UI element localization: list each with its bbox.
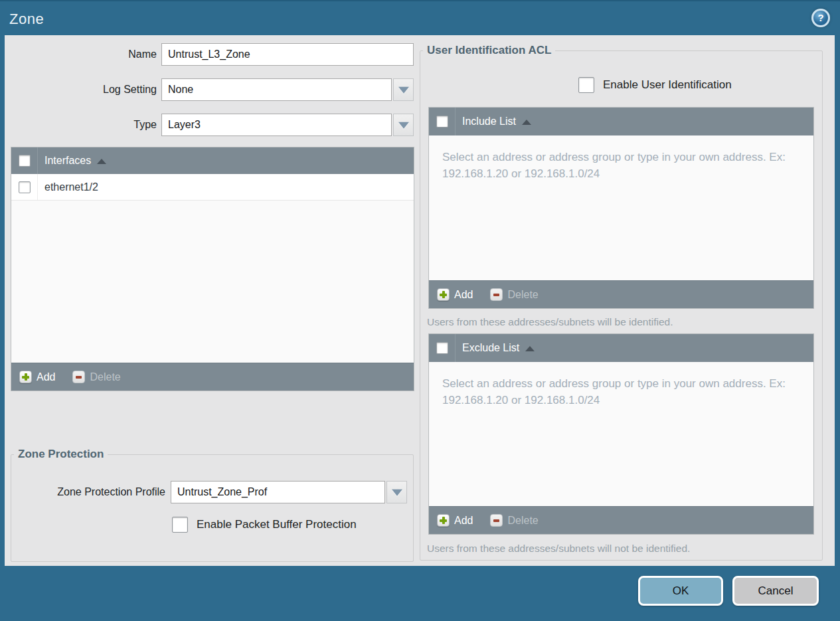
zone-protection-profile-row: Zone Protection Profile	[11, 481, 414, 503]
interfaces-body: ethernet1/2	[11, 174, 414, 363]
interface-row-checkbox[interactable]	[19, 181, 31, 193]
sort-asc-icon	[525, 346, 535, 351]
sort-asc-icon	[97, 159, 106, 164]
exclude-select-all-cell	[429, 334, 456, 362]
exclude-list-header-label: Exclude List	[462, 342, 519, 354]
log-setting-label: Log Setting	[5, 78, 157, 101]
plus-icon	[437, 514, 450, 527]
enable-user-id-label: Enable User Identification	[603, 78, 732, 92]
exclude-delete-label: Delete	[507, 515, 538, 527]
interfaces-add-label: Add	[37, 371, 55, 383]
plus-icon	[437, 288, 450, 301]
interfaces-table: Interfaces ethernet1/2 Add Dele	[11, 147, 414, 391]
interfaces-footer: Add Delete	[11, 363, 414, 391]
exclude-list-caption: Users from these addresses/subnets will …	[427, 543, 690, 555]
include-list-caption: Users from these addresses/subnets will …	[427, 316, 673, 328]
exclude-list-footer: Add Delete	[429, 506, 813, 534]
ok-button[interactable]: OK	[638, 576, 723, 606]
help-icon[interactable]: ?	[811, 9, 830, 27]
zone-protection-profile-input[interactable]	[171, 481, 385, 503]
zone-protection-legend: Zone Protection	[14, 448, 108, 461]
dialog-titlebar: Zone ?	[0, 0, 840, 35]
type-row: Type	[5, 114, 416, 136]
name-label: Name	[5, 43, 157, 66]
zone-protection-profile-label: Zone Protection Profile	[11, 481, 165, 503]
type-label: Type	[5, 114, 157, 136]
zone-protection-section: Zone Protection Zone Protection Profile …	[11, 448, 414, 562]
packet-buffer-checkbox[interactable]	[172, 517, 188, 533]
interfaces-header[interactable]: Interfaces	[11, 147, 414, 174]
cancel-button[interactable]: Cancel	[732, 576, 819, 606]
packet-buffer-row: Enable Packet Buffer Protection	[172, 517, 357, 533]
include-select-all-cell	[429, 108, 456, 135]
interfaces-select-all-checkbox[interactable]	[19, 155, 31, 167]
exclude-list-table: Exclude List Select an address or addres…	[428, 333, 814, 535]
include-select-all-checkbox[interactable]	[436, 116, 448, 128]
interface-row-cbcell	[11, 174, 38, 200]
include-add-label: Add	[454, 289, 473, 301]
user-id-acl-section: User Identification ACL Enable User Iden…	[420, 44, 823, 561]
interfaces-delete-label: Delete	[90, 371, 120, 383]
interfaces-delete-button[interactable]: Delete	[72, 371, 120, 383]
enable-user-id-checkbox[interactable]	[578, 77, 594, 93]
name-input[interactable]	[161, 43, 414, 66]
dialog-title: Zone	[9, 11, 44, 28]
dialog-body: Name Log Setting Type Interfa	[5, 35, 835, 566]
minus-icon	[490, 514, 503, 527]
include-delete-label: Delete	[507, 289, 538, 301]
interfaces-select-all-cell	[11, 147, 38, 174]
exclude-delete-button[interactable]: Delete	[490, 514, 538, 527]
exclude-list-body[interactable]: Select an address or address group or ty…	[429, 362, 813, 506]
interfaces-add-button[interactable]: Add	[19, 371, 55, 383]
include-list-header[interactable]: Include List	[429, 108, 813, 135]
user-id-acl-legend: User Identification ACL	[423, 44, 555, 57]
minus-icon	[490, 288, 503, 301]
interface-name: ethernet1/2	[44, 181, 98, 193]
chevron-down-icon	[398, 122, 409, 129]
chevron-down-icon	[398, 87, 409, 94]
zone-dialog: Zone ? Name Log Setting Type	[0, 0, 840, 621]
log-setting-row: Log Setting	[5, 78, 416, 101]
packet-buffer-label: Enable Packet Buffer Protection	[197, 518, 357, 531]
minus-icon	[72, 371, 85, 383]
log-setting-dropdown-button[interactable]	[393, 78, 414, 101]
exclude-add-button[interactable]: Add	[437, 514, 473, 527]
chevron-down-icon	[392, 489, 402, 496]
include-list-table: Include List Select an address or addres…	[428, 107, 814, 309]
log-setting-input[interactable]	[161, 78, 392, 101]
sort-asc-icon	[522, 120, 531, 125]
type-input[interactable]	[161, 114, 392, 136]
include-list-footer: Add Delete	[429, 280, 813, 308]
type-dropdown-button[interactable]	[393, 114, 414, 136]
include-list-placeholder: Select an address or address group or ty…	[429, 135, 813, 182]
exclude-list-placeholder: Select an address or address group or ty…	[429, 362, 813, 408]
enable-user-id-row: Enable User Identification	[578, 77, 732, 93]
name-row: Name	[5, 43, 416, 66]
include-list-body[interactable]: Select an address or address group or ty…	[429, 135, 813, 280]
plus-icon	[19, 371, 32, 383]
interface-row[interactable]: ethernet1/2	[11, 174, 414, 201]
include-delete-button[interactable]: Delete	[490, 288, 538, 301]
exclude-add-label: Add	[454, 515, 473, 527]
exclude-select-all-checkbox[interactable]	[436, 342, 448, 354]
zone-protection-profile-dropdown-button[interactable]	[386, 481, 407, 503]
include-list-header-label: Include List	[462, 116, 516, 128]
include-add-button[interactable]: Add	[437, 288, 473, 301]
exclude-list-header[interactable]: Exclude List	[429, 334, 813, 362]
interfaces-header-label: Interfaces	[44, 155, 91, 167]
